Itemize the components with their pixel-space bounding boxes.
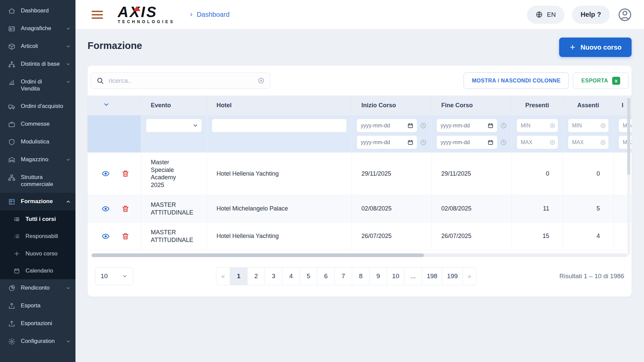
sidebar-item-label: Commesse [21,120,71,127]
breadcrumb[interactable]: Dashboard [189,11,229,18]
clock-icon[interactable] [500,139,507,146]
hotel-filter-input[interactable] [212,119,347,132]
sidebar-item-articoli[interactable]: Articoli [0,38,75,55]
sidebar-item-anagrafiche[interactable]: Anagrafiche [0,20,75,38]
page-size-select[interactable]: 10 [95,267,133,285]
help-button[interactable]: Help ? [572,6,610,24]
start-date-to-input[interactable]: yyyy-mm-dd [357,135,417,149]
column-header-evento: Evento [141,96,207,115]
end-date-cell: 26/07/2025 [431,223,512,250]
clock-icon[interactable] [420,122,427,129]
delete-row-button[interactable] [121,170,129,178]
vertical-scrollbar [627,97,630,255]
language-label: EN [547,11,555,18]
sidebar-item-label: Ordini d'acquisto [21,103,71,110]
plus-icon [569,44,576,51]
sidebar-item-nuovo-corso[interactable]: Nuovo corso [0,245,75,262]
sidebar-item-configuration[interactable]: Configuration [0,333,75,350]
sidebar-item-esportazioni[interactable]: Esportazioni [0,315,75,333]
page-button-198[interactable]: 198 [422,267,442,285]
sidebar-item-magazzino[interactable]: Magazzino [0,151,75,169]
clear-icon[interactable] [600,139,606,145]
sidebar-item-tutti-i-corsi[interactable]: Tutti i corsi [0,210,75,228]
page-button-prev[interactable]: « [216,267,230,285]
column-header-assenti: Assenti [563,96,613,115]
search-input[interactable] [108,77,254,85]
clear-icon[interactable] [600,123,606,129]
language-button[interactable]: EN [527,6,564,24]
page-button-3[interactable]: 3 [265,267,282,285]
vertical-scrollbar-thumb[interactable] [627,98,630,175]
header-chevron-down-icon[interactable] [103,101,110,108]
view-row-button[interactable] [102,170,110,178]
network-icon [8,174,15,181]
delete-row-button[interactable] [121,232,129,240]
courses-card: MOSTRA / NASCONDI COLONNE ESPORTA x Even… [88,66,632,297]
calendar-icon[interactable] [407,122,414,129]
start-date-from-input[interactable]: yyyy-mm-dd [357,119,417,132]
clock-icon[interactable] [500,122,507,129]
sidebar-item-label: Esporta [21,302,71,309]
new-course-button[interactable]: Nuovo corso [559,38,632,57]
clear-icon[interactable] [549,139,555,145]
profile-avatar[interactable] [617,7,633,22]
end-date-from-input[interactable]: yyyy-mm-dd [436,119,497,132]
list-icon [13,233,20,240]
clear-search-icon[interactable] [258,77,265,84]
delete-row-button[interactable] [121,205,129,213]
horizontal-scrollbar-thumb[interactable] [92,253,424,257]
sidebar-item-distinta-di-base[interactable]: Distinta di base [0,55,75,73]
page-button-next[interactable]: » [463,267,477,285]
sidebar-item-commesse[interactable]: Commesse [0,115,75,133]
page-button-9[interactable]: 9 [369,267,387,285]
toggle-columns-button[interactable]: MOSTRA / NASCONDI COLONNE [464,72,569,89]
sidebar-item-label: Articoli [21,43,60,50]
page-button-5[interactable]: 5 [300,267,317,285]
end-date-cell: 29/11/2025 [431,153,512,195]
hotel-cell: Hotel Michelangelo Palace [207,195,352,223]
row-actions-cell [88,153,141,195]
filter-row: yyyy-mm-dd yyyy-mm-dd [88,115,632,153]
sidebar-nav: DashboardAnagraficheArticoliDistinta di … [0,2,75,350]
calendar-icon[interactable] [407,139,414,145]
page-button-2[interactable]: 2 [247,267,265,285]
page-button-4[interactable]: 4 [282,267,300,285]
chev-down-icon [66,157,71,162]
view-row-button[interactable] [102,205,110,213]
end-date-to-input[interactable]: yyyy-mm-dd [436,135,497,149]
page-button-6[interactable]: 6 [317,267,335,285]
sidebar-item-label: Struttura commerciale [21,174,71,188]
chev-down-icon [66,286,71,291]
view-row-button[interactable] [102,232,110,240]
page-button-10[interactable]: 10 [387,267,405,285]
page-button-8[interactable]: 8 [352,267,370,285]
table-row: Master Speciale Academy 2025 Hotel Helle… [88,153,632,195]
event-filter-select[interactable] [146,119,202,132]
page-button-7[interactable]: 7 [334,267,352,285]
calendar-icon[interactable] [487,139,494,145]
clock-icon[interactable] [420,139,427,146]
column-header-presenti: Presenti [512,96,563,115]
sidebar-item-dashboard[interactable]: Dashboard [0,2,75,20]
brand-logo[interactable]: AXIS TECHNOLOGIES [118,5,175,24]
pie-icon [8,285,15,292]
page-button-199[interactable]: 199 [442,267,463,285]
sidebar-item-ordini-d-acquisto[interactable]: Ordini d'acquisto [0,98,75,115]
help-label: Help ? [581,11,601,18]
sidebar-item-label: Dashboard [21,7,71,14]
page-button-ellipsis[interactable]: ... [404,267,422,285]
sidebar-item-ordini-di-vendita[interactable]: Ordini di Vendita [0,73,75,98]
calendar-icon[interactable] [487,122,494,129]
clear-icon[interactable] [549,123,555,129]
sidebar-item-formazione[interactable]: Formazione [0,193,75,210]
sidebar-item-rendiconto[interactable]: Rendiconto [0,279,75,297]
page-button-1[interactable]: 1 [230,267,248,285]
new-course-label: Nuovo corso [581,44,622,51]
sidebar-item-responsabili[interactable]: Responsabili [0,228,75,245]
sidebar-item-modulistica[interactable]: Modulistica [0,133,75,151]
hamburger-menu-icon[interactable] [92,11,103,19]
export-button[interactable]: ESPORTA x [573,72,629,89]
sidebar-item-esporta[interactable]: Esporta [0,297,75,315]
sidebar-item-calendario[interactable]: Calendario [0,262,75,279]
sidebar-item-struttura-commerciale[interactable]: Struttura commerciale [0,169,75,193]
